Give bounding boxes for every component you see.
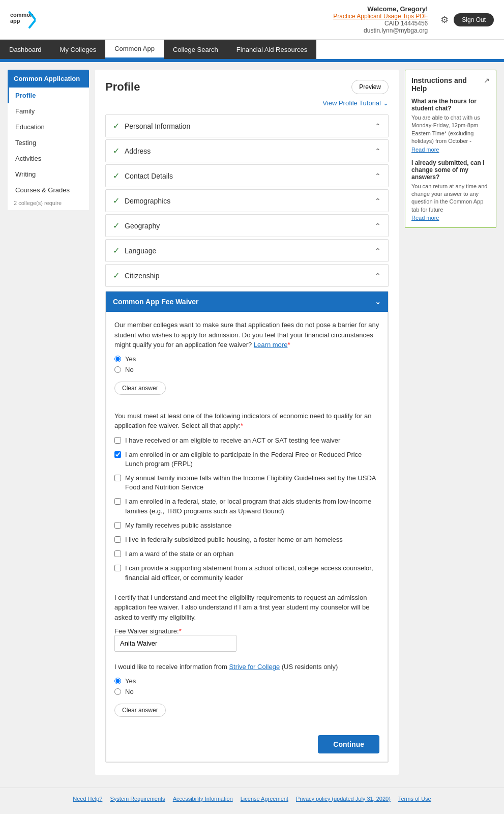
fee-waiver-header[interactable]: Common App Fee Waiver ⌄ (106, 292, 388, 312)
strive-radio-group: Yes No (114, 677, 379, 695)
checkbox-item-8: I can provide a supporting statement fro… (114, 564, 379, 582)
signature-input[interactable] (114, 635, 236, 652)
main-nav: Dashboard My Colleges Common App College… (0, 40, 504, 61)
help-a1: You are able to chat with us Monday-Frid… (411, 114, 490, 146)
sidebar-courses-note: 2 college(s) require (8, 198, 89, 210)
help-header: Instructions and Help ↗ (411, 76, 490, 93)
strive-radio-no[interactable]: No (114, 688, 379, 695)
accordion-label: Geography (125, 222, 160, 230)
nav-financial-aid[interactable]: Financial Aid Resources (227, 40, 316, 59)
accordion-contact-header[interactable]: ✓ Contact Details ⌃ (106, 165, 388, 187)
content-header: Profile Preview (105, 80, 389, 94)
check-icon: ✓ (113, 171, 120, 181)
sidebar: Common Application Profile Family Educat… (8, 70, 89, 775)
radio-yes[interactable]: Yes (114, 355, 379, 363)
accordion-citizenship-header[interactable]: ✓ Citizenship ⌃ (106, 265, 388, 286)
radio-no-input[interactable] (114, 366, 121, 373)
checkbox-housing[interactable] (114, 536, 121, 543)
accordion-title: ✓ Personal Information (113, 121, 190, 131)
checkbox-act-sat[interactable] (114, 437, 121, 444)
checkbox-trio[interactable] (114, 498, 121, 505)
accordion-geography-header[interactable]: ✓ Geography ⌃ (106, 215, 388, 237)
signout-button[interactable]: Sign Out (454, 13, 494, 26)
checkbox-item-4: I am enrolled in a federal, state, or lo… (114, 497, 379, 515)
sidebar-item-testing[interactable]: Testing (8, 135, 89, 151)
accordion-geography: ✓ Geography ⌃ (105, 214, 389, 237)
checkbox-public-assist[interactable] (114, 522, 121, 529)
checkbox-frpl[interactable] (114, 451, 121, 458)
nav-college-search[interactable]: College Search (164, 40, 227, 59)
email-text: dustin.lynn@mybga.org (333, 27, 428, 34)
checkbox-label: I have received or am eligible to receiv… (125, 436, 340, 445)
footer-link-privacy[interactable]: Privacy policy (updated July 31, 2020) (296, 796, 391, 802)
accordion-label: Demographics (125, 197, 170, 205)
view-tutorial-link[interactable]: View Profile Tutorial ⌄ (105, 99, 389, 107)
continue-button[interactable]: Continue (318, 735, 379, 753)
chevron-icon: ⌃ (375, 147, 381, 155)
help-panel: Instructions and Help ↗ What are the hou… (405, 70, 496, 228)
nav-common-app[interactable]: Common App (105, 40, 164, 59)
gear-button[interactable]: ⚙ (440, 14, 449, 25)
help-q1: What are the hours for student chat? (411, 98, 490, 112)
header: common app Welcome, Gregory! Practice Ap… (0, 0, 504, 40)
accordion-address-header[interactable]: ✓ Address ⌃ (106, 140, 388, 162)
strive-radio-yes[interactable]: Yes (114, 677, 379, 685)
sidebar-item-family[interactable]: Family (8, 103, 89, 119)
sidebar-item-profile[interactable]: Profile (8, 88, 89, 103)
strive-radio-yes-input[interactable] (114, 678, 121, 684)
chevron-down-icon: ⌄ (375, 298, 381, 306)
sidebar-item-activities[interactable]: Activities (8, 151, 89, 166)
checkbox-statement[interactable] (114, 565, 121, 571)
caid-text: CAID 14445456 (333, 20, 428, 27)
strive-radio-no-input[interactable] (114, 688, 121, 695)
radio-yes-input[interactable] (114, 356, 121, 362)
learn-more-link[interactable]: Learn more (254, 341, 287, 348)
read-more-1[interactable]: Read more (411, 147, 439, 153)
radio-no-label: No (125, 366, 134, 373)
accordion-language-header[interactable]: ✓ Language ⌃ (106, 240, 388, 261)
practice-link[interactable]: Practice Applicant Usage Tips PDF (333, 13, 428, 20)
footer-link-license[interactable]: License Agreement (241, 796, 288, 802)
header-actions: ⚙ Sign Out (440, 13, 494, 26)
chevron-icon: ⌃ (375, 172, 381, 180)
nav-my-colleges[interactable]: My Colleges (51, 40, 106, 59)
clear-answer-button-1[interactable]: Clear answer (114, 382, 166, 395)
check-icon: ✓ (113, 271, 120, 280)
fee-waiver-section: Common App Fee Waiver ⌄ Our member colle… (105, 291, 389, 763)
external-link-icon[interactable]: ↗ (484, 76, 490, 84)
help-item-2: I already submitted, can I change some o… (411, 159, 490, 222)
footer-link-accessibility[interactable]: Accessibility Information (173, 796, 233, 802)
check-icon: ✓ (113, 146, 120, 156)
accordion-demographics-header[interactable]: ✓ Demographics ⌃ (106, 190, 388, 212)
signature-label: Fee Waiver signature:* (114, 627, 182, 635)
checkbox-item-1: I have received or am eligible to receiv… (114, 436, 379, 445)
checkbox-usda[interactable] (114, 475, 121, 481)
checkbox-ward[interactable] (114, 550, 121, 557)
accordion-label: Address (125, 147, 151, 155)
preview-button[interactable]: Preview (351, 80, 389, 94)
checkbox-label: I am enrolled in or am eligible to parti… (125, 450, 379, 469)
accordion-personal-info-header[interactable]: ✓ Personal Information ⌃ (106, 115, 388, 137)
footer-link-help[interactable]: Need Help? (73, 796, 102, 802)
strive-link[interactable]: Strive for College (229, 663, 280, 671)
chevron-icon: ⌃ (375, 222, 381, 230)
footer-link-sysreq[interactable]: System Requirements (110, 796, 165, 802)
clear-answer-button-2[interactable]: Clear answer (114, 704, 166, 717)
footer: Need Help? System Requirements Accessibi… (0, 788, 504, 809)
sidebar-item-education[interactable]: Education (8, 119, 89, 135)
chevron-down-icon: ⌄ (383, 99, 389, 107)
footer-link-terms[interactable]: Terms of Use (398, 796, 431, 802)
check-icon: ✓ (113, 121, 120, 131)
read-more-2[interactable]: Read more (411, 215, 439, 221)
sidebar-header: Common Application (8, 70, 89, 88)
nav-dashboard[interactable]: Dashboard (0, 40, 51, 59)
fee-waiver-radio-group: Yes No (114, 355, 379, 373)
help-title: Instructions and Help (411, 76, 484, 93)
strive-yes-label: Yes (125, 677, 136, 685)
accordion-contact: ✓ Contact Details ⌃ (105, 164, 389, 187)
sidebar-item-courses[interactable]: Courses & Grades (8, 182, 89, 198)
radio-no[interactable]: No (114, 366, 379, 373)
sidebar-item-writing[interactable]: Writing (8, 166, 89, 182)
welcome-text: Welcome, Gregory! (333, 5, 428, 13)
indicators-text: You must meet at least one of the follow… (114, 411, 379, 431)
